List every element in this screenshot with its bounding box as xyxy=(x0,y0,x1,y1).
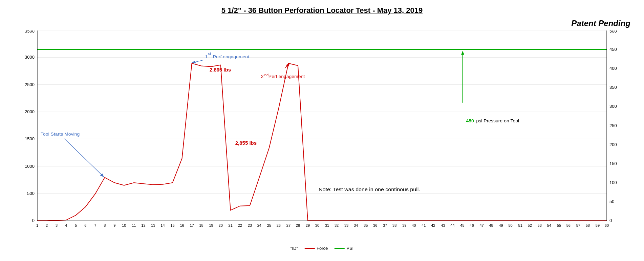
svg-text:59: 59 xyxy=(596,223,600,227)
svg-text:st: st xyxy=(208,52,211,56)
svg-text:51: 51 xyxy=(518,223,522,227)
svg-text:41: 41 xyxy=(422,223,426,227)
svg-text:17: 17 xyxy=(190,223,194,227)
svg-text:500: 500 xyxy=(609,31,617,34)
svg-text:42: 42 xyxy=(431,223,435,227)
chart-legend: "ID" Force PSI xyxy=(291,246,353,251)
svg-text:53: 53 xyxy=(538,223,542,227)
svg-text:1: 1 xyxy=(36,223,38,227)
svg-text:49: 49 xyxy=(499,223,503,227)
svg-text:2: 2 xyxy=(46,223,48,227)
svg-text:3: 3 xyxy=(56,223,58,227)
svg-text:10: 10 xyxy=(122,223,126,227)
svg-text:23: 23 xyxy=(248,223,252,227)
svg-text:45: 45 xyxy=(460,223,464,227)
svg-text:40: 40 xyxy=(412,223,416,227)
svg-text:3500: 3500 xyxy=(25,31,35,34)
svg-text:200: 200 xyxy=(609,142,617,147)
force-legend-line xyxy=(305,248,315,249)
svg-text:20: 20 xyxy=(219,223,223,227)
svg-text:2,855 lbs: 2,855 lbs xyxy=(235,140,257,146)
svg-text:1: 1 xyxy=(205,54,208,59)
svg-text:450: 450 xyxy=(609,47,617,52)
svg-text:35: 35 xyxy=(364,223,368,227)
svg-text:2,865 lbs: 2,865 lbs xyxy=(210,67,231,73)
svg-text:0: 0 xyxy=(609,218,612,223)
svg-text:27: 27 xyxy=(286,223,291,227)
svg-text:3000: 3000 xyxy=(25,55,35,60)
svg-text:Perf engagement: Perf engagement xyxy=(269,74,305,79)
svg-text:44: 44 xyxy=(450,223,454,227)
legend-id-label: "ID" xyxy=(291,246,298,251)
legend-force-item: Force xyxy=(305,246,328,251)
svg-text:22: 22 xyxy=(238,223,242,227)
svg-text:28: 28 xyxy=(296,223,300,227)
svg-text:psi Pressure on Tool: psi Pressure on Tool xyxy=(476,118,519,123)
svg-text:15: 15 xyxy=(170,223,174,227)
svg-text:7: 7 xyxy=(94,223,96,227)
svg-text:2: 2 xyxy=(261,74,264,79)
chart-container: 5 1/2" - 36 Button Perforation Locator T… xyxy=(0,0,644,261)
svg-text:Note: Test was done in one con: Note: Test was done in one continous pul… xyxy=(319,186,420,192)
svg-text:350: 350 xyxy=(609,85,617,90)
svg-text:50: 50 xyxy=(609,199,614,204)
svg-text:250: 250 xyxy=(609,123,617,128)
svg-text:46: 46 xyxy=(470,223,474,227)
svg-text:32: 32 xyxy=(335,223,339,227)
svg-text:6: 6 xyxy=(84,223,86,227)
chart-svg: 0 500 1000 1500 2000 2500 3000 3500 0 50… xyxy=(20,31,624,234)
svg-text:56: 56 xyxy=(566,223,571,227)
svg-text:Tool Starts Moving: Tool Starts Moving xyxy=(41,132,80,137)
svg-text:5: 5 xyxy=(75,223,77,227)
svg-text:0: 0 xyxy=(32,218,35,223)
svg-text:47: 47 xyxy=(479,223,484,227)
svg-text:48: 48 xyxy=(489,223,493,227)
svg-text:450: 450 xyxy=(466,118,474,123)
svg-text:52: 52 xyxy=(528,223,532,227)
svg-text:50: 50 xyxy=(509,223,513,227)
svg-text:31: 31 xyxy=(325,223,329,227)
svg-text:38: 38 xyxy=(392,223,396,227)
svg-text:25: 25 xyxy=(267,223,271,227)
svg-text:39: 39 xyxy=(402,223,406,227)
svg-text:300: 300 xyxy=(609,104,617,109)
svg-text:37: 37 xyxy=(383,223,387,227)
svg-line-89 xyxy=(64,139,103,176)
legend-psi-item: PSI xyxy=(335,246,353,251)
legend-force-label: Force xyxy=(317,246,328,251)
svg-text:150: 150 xyxy=(609,161,617,166)
chart-area: 0 500 1000 1500 2000 2500 3000 3500 0 50… xyxy=(20,31,624,234)
svg-text:55: 55 xyxy=(557,223,561,227)
svg-text:Perf engagement: Perf engagement xyxy=(213,54,250,59)
svg-text:43: 43 xyxy=(441,223,445,227)
svg-text:400: 400 xyxy=(609,66,617,71)
svg-text:21: 21 xyxy=(229,223,233,227)
svg-text:19: 19 xyxy=(209,223,213,227)
svg-text:11: 11 xyxy=(132,223,136,227)
svg-text:30: 30 xyxy=(315,223,319,227)
svg-text:14: 14 xyxy=(160,223,165,227)
svg-text:500: 500 xyxy=(27,191,35,196)
svg-text:36: 36 xyxy=(373,223,377,227)
svg-text:100: 100 xyxy=(609,180,617,185)
chart-title: 5 1/2" - 36 Button Perforation Locator T… xyxy=(7,6,637,15)
svg-text:29: 29 xyxy=(306,223,310,227)
svg-text:9: 9 xyxy=(113,223,115,227)
svg-text:4: 4 xyxy=(65,223,67,227)
svg-text:57: 57 xyxy=(576,223,580,227)
svg-text:2500: 2500 xyxy=(25,82,35,87)
svg-text:8: 8 xyxy=(104,223,106,227)
svg-line-91 xyxy=(193,60,203,63)
svg-text:2000: 2000 xyxy=(25,109,35,114)
svg-text:18: 18 xyxy=(199,223,203,227)
svg-text:13: 13 xyxy=(151,223,155,227)
svg-text:24: 24 xyxy=(257,223,261,227)
patent-pending-label: Patent Pending xyxy=(571,19,630,28)
svg-text:33: 33 xyxy=(344,223,348,227)
svg-text:26: 26 xyxy=(277,223,281,227)
svg-text:60: 60 xyxy=(605,223,609,227)
svg-text:1500: 1500 xyxy=(25,136,35,141)
svg-text:54: 54 xyxy=(547,223,551,227)
legend-psi-label: PSI xyxy=(346,246,353,251)
svg-text:16: 16 xyxy=(180,223,184,227)
